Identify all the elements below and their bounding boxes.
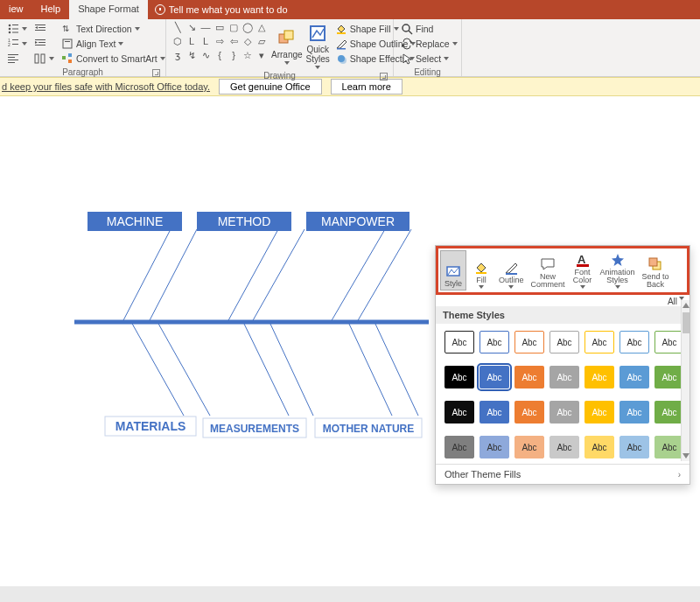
- chevron-down-icon: [580, 285, 585, 289]
- theme-style-swatch[interactable]: Abc: [654, 401, 684, 424]
- svg-rect-26: [65, 41, 70, 42]
- rib-line[interactable]: [270, 322, 313, 416]
- svg-marker-40: [402, 44, 403, 47]
- bullets-button[interactable]: [5, 22, 29, 36]
- text-direction-button[interactable]: ⇅Text Direction: [60, 22, 167, 36]
- indent-decrease-button[interactable]: [32, 22, 56, 36]
- theme-style-swatch[interactable]: Abc: [620, 331, 649, 354]
- star-icon: [610, 252, 626, 268]
- find-button[interactable]: Find: [399, 22, 459, 36]
- replace-button[interactable]: Replace: [399, 37, 459, 51]
- group-drawing-title: Drawing: [263, 71, 296, 80]
- dialog-launcher-icon[interactable]: [152, 69, 160, 77]
- rib-line[interactable]: [122, 229, 171, 322]
- swatch-sample-text: Abc: [662, 373, 676, 382]
- align-buttons[interactable]: [5, 52, 29, 66]
- svg-point-37: [402, 24, 410, 32]
- theme-style-swatch[interactable]: Abc: [444, 331, 474, 354]
- rib-line[interactable]: [243, 322, 289, 416]
- rib-line[interactable]: [374, 322, 418, 416]
- tab-help[interactable]: Help: [32, 0, 70, 19]
- scroll-thumb[interactable]: [682, 312, 690, 333]
- pen-icon: [335, 38, 347, 50]
- theme-style-swatch[interactable]: Abc: [514, 331, 544, 354]
- all-styles-button[interactable]: All: [436, 295, 690, 306]
- theme-styles-grid: AbcAbcAbcAbcAbcAbcAbcAbcAbcAbcAbcAbcAbcA…: [436, 324, 690, 464]
- send-to-back-button[interactable]: Send to Back: [640, 250, 672, 290]
- theme-style-swatch[interactable]: Abc: [480, 436, 509, 458]
- theme-style-swatch[interactable]: Abc: [654, 331, 684, 354]
- tab-view[interactable]: iew: [0, 0, 32, 19]
- activation-lead-text[interactable]: d keep your files safe with Microsoft Of…: [0, 81, 210, 92]
- new-comment-button[interactable]: New Comment: [528, 250, 568, 290]
- indent-increase-button[interactable]: [32, 37, 56, 51]
- scrollbar[interactable]: [681, 300, 690, 461]
- convert-smartart-button[interactable]: Convert to SmartArt: [60, 52, 167, 66]
- svg-rect-12: [8, 60, 18, 60]
- font-color-button[interactable]: A Font Color: [570, 250, 596, 290]
- outline-button[interactable]: Outline: [496, 250, 527, 290]
- theme-style-swatch[interactable]: Abc: [550, 401, 579, 424]
- svg-rect-31: [284, 31, 293, 39]
- rib-line[interactable]: [228, 229, 278, 322]
- group-paragraph-title: Paragraph: [62, 67, 103, 77]
- svg-rect-1: [12, 24, 18, 25]
- svg-marker-49: [682, 453, 690, 458]
- theme-style-swatch[interactable]: Abc: [584, 366, 614, 388]
- scroll-down-icon[interactable]: [682, 451, 690, 461]
- theme-style-swatch[interactable]: Abc: [444, 436, 474, 458]
- chevron-down-icon: [49, 57, 54, 60]
- rib-line[interactable]: [331, 229, 385, 322]
- paint-bucket-icon: [335, 23, 347, 35]
- theme-style-swatch[interactable]: Abc: [514, 366, 544, 388]
- scroll-up-icon[interactable]: [682, 300, 690, 311]
- theme-style-swatch[interactable]: Abc: [444, 366, 474, 388]
- theme-style-swatch[interactable]: Abc: [514, 401, 544, 424]
- chevron-down-icon: [444, 57, 449, 60]
- rib-line[interactable]: [348, 322, 392, 416]
- tell-me-search[interactable]: Tell me what you want to do: [148, 0, 295, 19]
- theme-style-swatch[interactable]: Abc: [480, 401, 509, 424]
- theme-style-swatch[interactable]: Abc: [654, 436, 684, 458]
- other-theme-fills-button[interactable]: Other Theme Fills ›: [436, 464, 690, 484]
- theme-style-swatch[interactable]: Abc: [620, 436, 649, 458]
- fill-button[interactable]: Fill: [468, 250, 494, 290]
- theme-style-swatch[interactable]: Abc: [584, 331, 614, 354]
- dialog-launcher-icon[interactable]: [380, 73, 388, 80]
- align-text-button[interactable]: Align Text: [60, 37, 167, 51]
- shapes-gallery[interactable]: ╲↘—▭▢◯△ ⬡LL⇨⇦◇▱ ʒ↯∿{}☆▾: [172, 22, 268, 69]
- theme-style-swatch[interactable]: Abc: [444, 401, 474, 424]
- select-button[interactable]: Select: [399, 52, 459, 66]
- animation-styles-button[interactable]: Animation Styles: [598, 250, 638, 290]
- chevron-right-icon: ›: [678, 470, 681, 480]
- rib-line[interactable]: [158, 322, 210, 416]
- rib-line[interactable]: [131, 322, 184, 416]
- theme-style-swatch[interactable]: Abc: [550, 366, 579, 388]
- swatch-sample-text: Abc: [626, 408, 641, 417]
- columns-button[interactable]: [32, 52, 56, 66]
- theme-style-swatch[interactable]: Abc: [620, 366, 649, 388]
- svg-marker-39: [410, 40, 412, 44]
- theme-style-swatch[interactable]: Abc: [550, 436, 579, 458]
- title-tabbar: iew Help Shape Format Tell me what you w…: [0, 0, 700, 19]
- theme-style-swatch[interactable]: Abc: [514, 436, 544, 458]
- theme-style-swatch[interactable]: Abc: [654, 366, 684, 388]
- rib-line[interactable]: [357, 229, 411, 322]
- swatch-sample-text: Abc: [662, 338, 676, 347]
- arrange-button[interactable]: Arrange: [271, 22, 303, 69]
- swatch-sample-text: Abc: [556, 338, 571, 347]
- rib-line[interactable]: [252, 229, 304, 322]
- numbering-button[interactable]: 12: [5, 37, 29, 51]
- theme-style-swatch[interactable]: Abc: [620, 401, 649, 424]
- theme-style-swatch[interactable]: Abc: [480, 366, 509, 388]
- theme-style-swatch[interactable]: Abc: [550, 331, 579, 354]
- theme-style-swatch[interactable]: Abc: [584, 401, 614, 424]
- quick-styles-button[interactable]: Quick Styles: [306, 22, 330, 69]
- rib-line[interactable]: [149, 229, 197, 322]
- quick-styles-icon: [308, 24, 327, 43]
- svg-rect-9: [12, 44, 18, 45]
- theme-style-swatch[interactable]: Abc: [584, 436, 614, 458]
- style-button[interactable]: Style: [440, 250, 466, 290]
- tab-shape-format[interactable]: Shape Format: [69, 0, 148, 19]
- theme-style-swatch[interactable]: Abc: [480, 331, 509, 354]
